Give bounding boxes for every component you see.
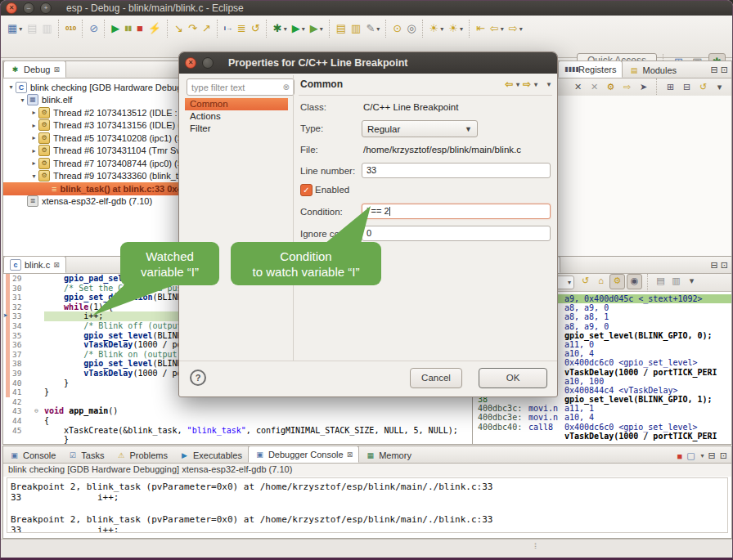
forward-button[interactable]: ⇨▾: [507, 20, 524, 37]
dialog-nav-common[interactable]: Common: [185, 98, 288, 110]
dialog-close-icon[interactable]: ✕: [185, 57, 196, 69]
dropdown-arrow-icon[interactable]: ▾: [284, 25, 287, 33]
instruction-stepping-button[interactable]: i→: [223, 20, 234, 37]
filter-input[interactable]: type filter text ⊗: [187, 78, 295, 96]
external-tools-button[interactable]: ▶▾: [308, 20, 325, 37]
step-over-button[interactable]: ↷: [187, 20, 199, 37]
tab-tasks[interactable]: ☑Tasks: [61, 447, 110, 463]
forward-arrow-icon[interactable]: ⇨: [523, 78, 531, 90]
tab-modules[interactable]: ▤ Modules: [623, 62, 682, 78]
new-wizard-button[interactable]: ▦▾: [6, 20, 24, 37]
disconnect-button[interactable]: ⚡: [146, 20, 163, 37]
last-edit-location-button[interactable]: ⇤: [474, 20, 487, 37]
view-menu-icon[interactable]: ▼: [546, 81, 552, 88]
tab-debugger-console[interactable]: ▣Debugger Console⊠: [248, 446, 359, 463]
dropdown-arrow-icon[interactable]: ▾: [19, 25, 22, 33]
chevron-down-icon[interactable]: ▾: [516, 81, 519, 88]
expander-icon[interactable]: ▾: [7, 83, 16, 91]
enabled-checkbox[interactable]: ✓: [300, 184, 313, 196]
run-button[interactable]: ▶▾: [290, 20, 307, 37]
skip-all-breakpoints-button[interactable]: ⊘: [88, 20, 100, 37]
collapse-all-icon[interactable]: ⊟: [680, 80, 694, 94]
expander-icon[interactable]: ▸: [29, 147, 38, 155]
remove-selected-icon[interactable]: ✕: [571, 80, 585, 94]
sync-active-context-icon[interactable]: ⚙: [609, 274, 625, 289]
add-register-group-icon[interactable]: ⇨: [620, 80, 634, 94]
breakpoint-icon[interactable]: ➤: [3, 311, 7, 321]
show-register-groups-icon[interactable]: ⚙: [604, 80, 618, 94]
drag-handle-icon[interactable]: ⁞⁞: [534, 542, 535, 550]
open-new-view-icon[interactable]: ▤: [654, 274, 668, 288]
dropdown-arrow-icon[interactable]: ▾: [376, 25, 380, 33]
expander-icon[interactable]: ▸: [29, 159, 38, 167]
dialog-nav-filter[interactable]: Filter: [185, 123, 288, 135]
terminate-button[interactable]: ■: [135, 20, 145, 37]
window-close-icon[interactable]: ✕: [6, 2, 17, 14]
dialog-nav-actions[interactable]: Actions: [185, 110, 288, 123]
view-menu-icon[interactable]: ▾: [713, 80, 726, 94]
terminate-console-icon[interactable]: ■: [677, 451, 682, 461]
ignore-count-input[interactable]: 0: [362, 226, 551, 241]
tab-console[interactable]: ▣Console: [3, 447, 61, 463]
tab-blink-c[interactable]: c blink.c ⊠: [3, 256, 66, 273]
expander-icon[interactable]: ▸: [29, 122, 38, 129]
window-maximize-icon[interactable]: +: [40, 2, 52, 14]
dialog-minimize-icon[interactable]: [202, 57, 214, 69]
chevron-down-icon[interactable]: ▾: [534, 81, 537, 88]
dropdown-arrow-icon[interactable]: ▾: [701, 452, 704, 459]
save-button[interactable]: ▤: [25, 20, 38, 37]
back-button[interactable]: ⇦▾: [488, 20, 506, 37]
home-icon[interactable]: ⌂: [594, 274, 608, 288]
step-return-button[interactable]: ↗: [200, 20, 213, 37]
line-number-input[interactable]: 33: [362, 163, 551, 178]
refresh-icon[interactable]: ↺: [696, 80, 710, 94]
close-icon[interactable]: ⊠: [53, 65, 60, 74]
tab-memory[interactable]: ▦Memory: [359, 447, 417, 463]
fold-marker-icon[interactable]: ⊖: [34, 406, 38, 416]
maximize-icon[interactable]: ⊡: [721, 65, 728, 75]
expander-icon[interactable]: ▾: [18, 96, 27, 104]
occurrences-button[interactable]: ◎: [405, 20, 417, 37]
memory-monitor-button[interactable]: ≣: [236, 20, 248, 37]
suspend-button[interactable]: ▮▮: [123, 20, 133, 37]
minimize-icon[interactable]: ⊟: [711, 65, 718, 75]
annotate-button[interactable]: ✎▾: [364, 20, 381, 37]
open-resource-button[interactable]: ▥: [349, 20, 362, 37]
restart-button[interactable]: ↺: [250, 20, 262, 37]
maximize-icon[interactable]: ⊡: [720, 450, 727, 461]
close-icon[interactable]: ⊠: [53, 261, 60, 269]
tab-registers[interactable]: ▮▮▮▮ Registers: [558, 60, 623, 78]
dropdown-arrow-icon[interactable]: ▾: [440, 25, 443, 33]
editor-line[interactable]: }: [3, 435, 473, 444]
expander-icon[interactable]: ▾: [29, 172, 38, 180]
ok-button[interactable]: OK: [479, 368, 547, 388]
select-pointer-icon[interactable]: ➤: [636, 80, 650, 94]
condition-input[interactable]: i == 2: [362, 204, 551, 219]
minimize-icon[interactable]: ⊟: [708, 450, 716, 461]
expand-all-icon[interactable]: ⊞: [663, 80, 677, 94]
editor-line[interactable]: 42: [3, 397, 473, 407]
remove-all-icon[interactable]: ✕: [587, 80, 601, 94]
view-menu-icon[interactable]: ▾: [685, 274, 699, 288]
refresh-icon[interactable]: ↺: [578, 274, 592, 288]
display-selected-console-icon[interactable]: ▢: [686, 450, 695, 461]
cancel-button[interactable]: Cancel: [410, 368, 462, 388]
save-all-button[interactable]: ▥: [41, 20, 54, 37]
tab-problems[interactable]: ⚠Problems: [110, 447, 173, 463]
dropdown-arrow-icon[interactable]: ▾: [519, 25, 523, 33]
step-into-button[interactable]: ↘: [173, 20, 185, 37]
console-output[interactable]: Breakpoint 2, blink_task (pvParameter=0x…: [7, 477, 728, 533]
track-expression-icon[interactable]: ◉: [627, 274, 642, 289]
tab-debug[interactable]: ✱ Debug ⊠: [3, 60, 66, 78]
dropdown-arrow-icon[interactable]: ▾: [302, 25, 305, 33]
debug-button[interactable]: ✱▾: [272, 20, 289, 37]
expander-icon[interactable]: ▸: [29, 134, 38, 141]
bulb-next-button[interactable]: ☀▾: [428, 20, 446, 37]
tab-executables[interactable]: ▶Executables: [173, 447, 248, 463]
window-minimize-icon[interactable]: –: [23, 2, 34, 14]
help-icon[interactable]: ?: [190, 370, 206, 386]
maximize-icon[interactable]: ⊡: [721, 260, 728, 271]
pin-view-icon[interactable]: ▥: [669, 274, 683, 288]
flashlight-search-button[interactable]: ⊙: [391, 20, 403, 37]
open-project-button[interactable]: ▤: [335, 20, 348, 37]
